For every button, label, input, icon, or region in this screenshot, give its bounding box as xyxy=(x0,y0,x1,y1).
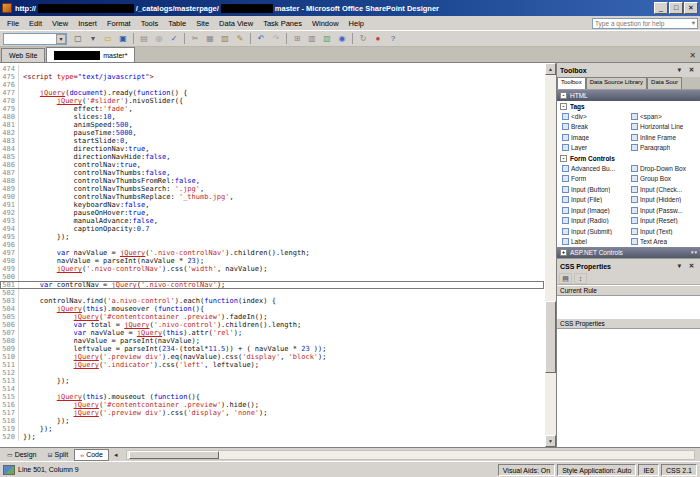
code-line[interactable]: 485 directionNavHide:false, xyxy=(0,153,544,161)
new-document-icon[interactable]: ▢ xyxy=(71,32,85,45)
pane-menu-chevron-icon[interactable]: ▾ xyxy=(674,261,685,271)
code-line[interactable]: 480 slices:10, xyxy=(0,113,544,121)
toolbox-item[interactable]: Layer xyxy=(562,143,631,154)
stop-icon[interactable]: ● xyxy=(371,32,385,45)
code-line[interactable]: 490 controlNavThumbsReplace: '_thumb.jpg… xyxy=(0,193,544,201)
menu-insert[interactable]: Insert xyxy=(73,18,102,29)
pane-close-icon[interactable]: ✕ xyxy=(686,65,697,75)
collapse-icon[interactable]: - xyxy=(560,155,567,162)
editor-horizontal-scrollbar[interactable] xyxy=(126,450,695,460)
menu-task-panes[interactable]: Task Panes xyxy=(258,18,307,29)
menu-help[interactable]: Help xyxy=(344,18,369,29)
toolbox-item[interactable]: Group Box xyxy=(631,174,700,185)
toolbox-item[interactable]: Paragraph xyxy=(631,143,700,154)
code-line[interactable]: 495 }); xyxy=(0,233,544,241)
code-line[interactable]: 502 xyxy=(0,289,544,297)
code-line[interactable]: 516 jQuery('#contentcontainer .preview')… xyxy=(0,401,544,409)
code-line[interactable]: 507 var navValue = jQuery(this).attr('re… xyxy=(0,329,544,337)
toolbox-item[interactable]: Drop-Down Box xyxy=(631,163,700,174)
code-line[interactable]: 476 xyxy=(0,81,544,89)
title-bar[interactable]: http:///_catalogs/masterpage/master - Mi… xyxy=(0,0,700,16)
collapse-icon[interactable]: - xyxy=(560,103,567,110)
hyperlink-icon[interactable]: ◉ xyxy=(335,32,349,45)
group-label-form-controls[interactable]: -Form Controls xyxy=(557,153,700,163)
help-icon[interactable]: ? xyxy=(386,32,400,45)
code-line[interactable]: 491 keyboardNav:false, xyxy=(0,201,544,209)
code-line[interactable]: 478 jQuery('#slider').nivoSlider({ xyxy=(0,97,544,105)
paste-icon[interactable]: ▨ xyxy=(218,32,232,45)
code-line[interactable]: 508 navValue = parseInt(navValue); xyxy=(0,337,544,345)
code-line[interactable]: 519 }); xyxy=(0,425,544,433)
toolbox-item[interactable]: <span> xyxy=(631,111,700,122)
toolbox-item[interactable]: Input (Button) xyxy=(562,184,631,195)
toolbox-item[interactable]: Text Area xyxy=(631,237,700,248)
chevron-down-icon[interactable]: ▾ xyxy=(56,34,66,44)
code-line[interactable]: 500 xyxy=(0,273,544,281)
toolbox-item[interactable]: Input (Text) xyxy=(631,226,700,237)
toolbox-item[interactable]: Input (Hidden) xyxy=(631,195,700,206)
code-line[interactable]: 510 jQuery('.preview div').eq(navValue).… xyxy=(0,353,544,361)
view-tab-split[interactable]: ⊟Split xyxy=(42,449,73,461)
menu-format[interactable]: Format xyxy=(102,18,136,29)
editor-vertical-scrollbar[interactable]: ▲ ▼ xyxy=(544,63,556,447)
document-tab[interactable]: Web Site xyxy=(1,48,45,62)
code-line[interactable]: 487 controlNavThumbs:false, xyxy=(0,169,544,177)
pane-close-icon[interactable]: ✕ xyxy=(686,261,697,271)
code-line[interactable]: 493 manualAdvance:false, xyxy=(0,217,544,225)
toolbox-item[interactable]: Break xyxy=(562,122,631,133)
scrollbar-thumb[interactable] xyxy=(545,301,556,373)
code-line[interactable]: 504 jQuery(this).mouseover (function(){ xyxy=(0,305,544,313)
code-line[interactable]: 475<script type="text/javascript"> xyxy=(0,73,544,81)
code-line[interactable]: 512 xyxy=(0,369,544,377)
css-properties-pane-header[interactable]: CSS Properties ▾ ✕ xyxy=(557,259,700,273)
toolbox-item[interactable]: Input (Check... xyxy=(631,184,700,195)
undo-icon[interactable]: ↶ xyxy=(254,32,268,45)
document-tab-active[interactable]: master* xyxy=(46,47,135,62)
code-line[interactable]: 488 controlNavThumbsFromRel:false, xyxy=(0,177,544,185)
code-line[interactable]: 484 directionNav:true, xyxy=(0,145,544,153)
code-line[interactable]: 498 navValue = parseInt(navValue * 23); xyxy=(0,257,544,265)
code-line[interactable]: 482 pauseTime:5000, xyxy=(0,129,544,137)
section-header-html[interactable]: -HTML xyxy=(557,90,700,101)
code-line[interactable]: 514 xyxy=(0,385,544,393)
pane-menu-chevron-icon[interactable]: ▾ xyxy=(674,65,685,75)
insert-table-icon[interactable]: ⊞ xyxy=(290,32,304,45)
code-line[interactable]: 486 controlNav:true, xyxy=(0,161,544,169)
toolbox-item[interactable]: Input (Radio) xyxy=(562,216,631,227)
spelling-icon[interactable]: ✓ xyxy=(167,32,181,45)
code-line[interactable]: 501 var controlNav = jQuery('.nivo-contr… xyxy=(0,281,544,289)
code-line[interactable]: 496 xyxy=(0,241,544,249)
menu-window[interactable]: Window xyxy=(307,18,344,29)
cut-icon[interactable]: ✂ xyxy=(188,32,202,45)
refresh-icon[interactable]: ↻ xyxy=(356,32,370,45)
code-line[interactable]: 474 xyxy=(0,65,544,73)
toolbox-item[interactable]: Label xyxy=(562,237,631,248)
maximize-button[interactable]: □ xyxy=(669,2,683,14)
help-question-box[interactable]: Type a question for help ▾ xyxy=(592,18,698,29)
scroll-down-icon[interactable]: ▼ xyxy=(545,435,556,447)
view-tab-design[interactable]: ▭Design xyxy=(2,449,41,461)
menu-edit[interactable]: Edit xyxy=(24,18,47,29)
menu-site[interactable]: Site xyxy=(191,18,214,29)
horizontal-scrollbar-thumb[interactable] xyxy=(129,451,219,459)
code-line[interactable]: 509 leftvalue = parseInt(234-(total*11.5… xyxy=(0,345,544,353)
categorize-icon[interactable]: ▤ xyxy=(559,273,572,284)
code-line[interactable]: 492 pauseOnHover:true, xyxy=(0,209,544,217)
close-button[interactable]: ✕ xyxy=(684,2,698,14)
code-line[interactable]: 506 var total = jQuery('.nivo-control').… xyxy=(0,321,544,329)
menu-data-view[interactable]: Data View xyxy=(214,18,258,29)
redo-icon[interactable]: ↷ xyxy=(269,32,283,45)
code-line[interactable]: 503 controlNav.find('a.nivo-control').ea… xyxy=(0,297,544,305)
code-line[interactable]: 511 jQuery('.indicator').css('left', lef… xyxy=(0,361,544,369)
toolbox-item[interactable]: Form xyxy=(562,174,631,185)
toolbox-item[interactable]: Input (Passw... xyxy=(631,205,700,216)
minimize-button[interactable]: _ xyxy=(654,2,668,14)
copy-icon[interactable]: ▦ xyxy=(203,32,217,45)
code-line[interactable]: 517 jQuery('.preview div').css('display'… xyxy=(0,409,544,417)
toolbox-item[interactable]: Input (Reset) xyxy=(631,216,700,227)
code-line[interactable]: 518 }); xyxy=(0,417,544,425)
section-header-asp-net-controls[interactable]: +ASP.NET Controls▼▼ xyxy=(557,247,700,258)
toolbox-item[interactable]: <div> xyxy=(562,111,631,122)
menu-tools[interactable]: Tools xyxy=(136,18,164,29)
pane-tab-data-sour[interactable]: Data Sour xyxy=(647,77,682,89)
